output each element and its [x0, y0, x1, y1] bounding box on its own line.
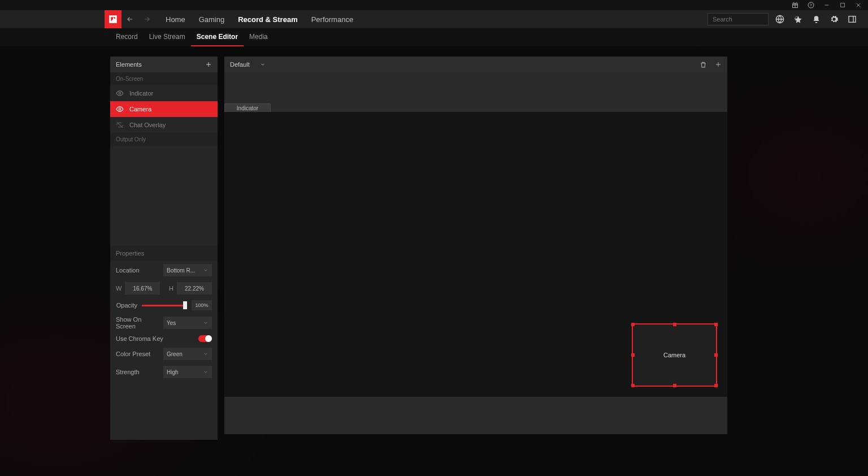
height-input[interactable] [177, 282, 212, 295]
camera-overlay-label: Camera [663, 352, 685, 358]
element-label: Chat Overlay [129, 122, 166, 128]
strength-label: Strength [116, 369, 159, 375]
svg-rect-3 [841, 3, 845, 7]
eye-icon[interactable] [116, 89, 124, 97]
close-icon[interactable] [854, 1, 862, 9]
chevron-down-icon [260, 62, 266, 67]
indicator-tab[interactable]: Indicator [224, 103, 271, 112]
strength-select[interactable]: High [163, 366, 212, 378]
forward-button[interactable] [138, 10, 155, 28]
nav-tab-record-stream[interactable]: Record & Stream [231, 10, 304, 28]
show-on-screen-select[interactable]: Yes [163, 317, 212, 329]
chroma-key-toggle[interactable] [198, 335, 212, 342]
nav-tab-performance[interactable]: Performance [305, 10, 360, 28]
subtab-record[interactable]: Record [110, 28, 144, 46]
eye-off-icon[interactable] [116, 121, 124, 129]
element-item-indicator[interactable]: Indicator [110, 85, 218, 101]
element-label: Camera [129, 106, 151, 112]
color-preset-select[interactable]: Green [163, 348, 212, 360]
chevron-down-icon [203, 267, 209, 273]
sidebar-toggle-icon[interactable] [848, 15, 857, 24]
maximize-icon[interactable] [839, 1, 847, 9]
resize-handle[interactable] [631, 353, 635, 357]
opacity-slider[interactable] [142, 301, 187, 309]
system-titlebar [0, 0, 868, 10]
camera-overlay-box[interactable]: Camera [632, 323, 717, 387]
back-button[interactable] [121, 10, 138, 28]
slider-thumb[interactable] [183, 301, 187, 309]
nav-tab-home[interactable]: Home [159, 10, 192, 28]
resize-handle[interactable] [714, 353, 718, 357]
color-preset-label: Color Preset [116, 350, 159, 357]
resize-handle[interactable] [673, 323, 676, 326]
amd-logo[interactable] [105, 10, 121, 28]
top-nav: Home Gaming Record & Stream Performance [0, 10, 868, 28]
properties-panel: Properties Location Bottom R... W H Opac… [110, 245, 218, 440]
resize-handle[interactable] [714, 323, 718, 326]
width-label: W [116, 285, 121, 292]
section-onscreen: On-Screen [110, 72, 218, 85]
subtab-scene-editor[interactable]: Scene Editor [191, 28, 244, 46]
resize-handle[interactable] [673, 384, 676, 387]
svg-rect-9 [849, 16, 856, 23]
resize-handle[interactable] [631, 323, 635, 326]
add-element-button[interactable] [205, 61, 212, 68]
chevron-down-icon [203, 320, 209, 326]
minimize-icon[interactable] [823, 1, 831, 9]
sub-nav: Record Live Stream Scene Editor Media [0, 28, 868, 46]
subtab-live-stream[interactable]: Live Stream [144, 28, 191, 46]
location-label: Location [116, 267, 159, 274]
nav-tab-gaming[interactable]: Gaming [192, 10, 232, 28]
height-label: H [169, 285, 173, 292]
resize-handle[interactable] [714, 384, 718, 387]
svg-point-13 [119, 92, 121, 94]
svg-point-14 [119, 108, 121, 110]
scene-selector[interactable]: Default [230, 61, 266, 68]
web-icon[interactable] [775, 15, 784, 24]
star-icon[interactable] [793, 15, 802, 24]
gear-icon[interactable] [830, 15, 839, 24]
chevron-down-icon [203, 351, 209, 357]
element-label: Indicator [129, 90, 153, 97]
help-icon[interactable] [807, 1, 815, 9]
add-scene-button[interactable] [715, 61, 722, 68]
element-item-camera[interactable]: Camera [110, 101, 218, 117]
search-box[interactable] [708, 13, 769, 25]
show-on-screen-label: Show On Screen [116, 316, 159, 330]
chevron-down-icon [203, 369, 209, 375]
elements-panel: Elements On-Screen Indicator C [110, 57, 218, 245]
location-select[interactable]: Bottom R... [163, 264, 212, 276]
properties-title: Properties [110, 245, 218, 261]
opacity-label: Opacity [116, 302, 137, 309]
scene-timeline [224, 397, 727, 434]
subtab-media[interactable]: Media [244, 28, 274, 46]
resize-handle[interactable] [631, 384, 635, 387]
bell-icon[interactable] [811, 15, 821, 24]
eye-icon[interactable] [116, 105, 124, 113]
opacity-value: 100% [192, 300, 212, 310]
scene-tabstrip: Indicator [224, 72, 727, 112]
element-item-chat-overlay[interactable]: Chat Overlay [110, 117, 218, 133]
scene-canvas[interactable]: Camera [224, 112, 727, 397]
section-output-only: Output Only [110, 133, 218, 146]
gift-icon[interactable] [791, 1, 799, 9]
delete-scene-button[interactable] [700, 61, 707, 68]
width-input[interactable] [125, 282, 160, 295]
elements-title: Elements [116, 61, 142, 68]
chroma-key-label: Use Chroma Key [116, 335, 194, 342]
scene-toolbar: Default [224, 57, 727, 72]
